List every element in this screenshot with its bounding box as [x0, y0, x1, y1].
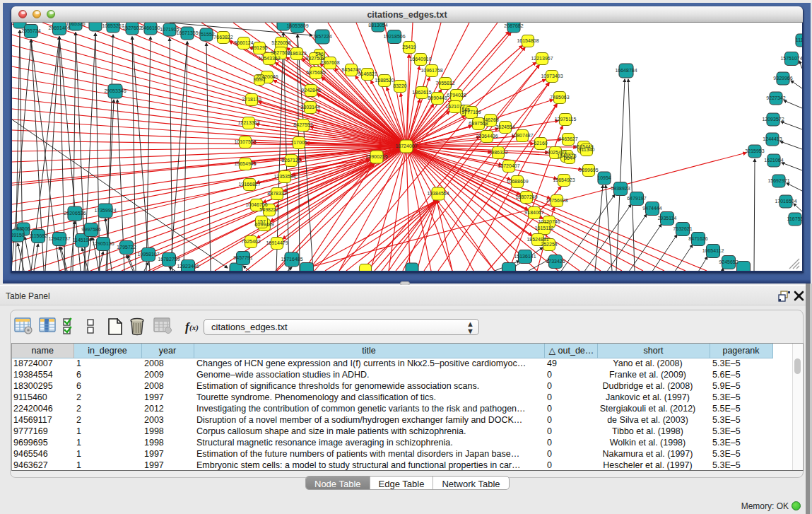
- svg-text:9390: 9390: [254, 77, 265, 82]
- svg-text:19654923: 19654923: [553, 177, 575, 182]
- svg-text:16914479: 16914479: [266, 240, 288, 245]
- svg-text:10807487: 10807487: [511, 133, 533, 138]
- svg-text:10025433: 10025433: [544, 150, 566, 155]
- svg-text:9899695: 9899695: [579, 168, 598, 173]
- svg-text:10973493: 10973493: [541, 74, 563, 78]
- svg-text:10107553: 10107553: [234, 139, 256, 144]
- svg-text:16154808: 16154808: [517, 38, 539, 43]
- svg-text:29053346: 29053346: [104, 88, 126, 93]
- svg-text:2803144: 2803144: [300, 105, 319, 110]
- svg-text:9644: 9644: [564, 156, 575, 160]
- svg-text:9777169: 9777169: [461, 110, 481, 115]
- svg-text:1615112: 1615112: [535, 226, 554, 230]
- svg-text:12923446: 12923446: [177, 264, 199, 269]
- svg-text:9242845: 9242845: [301, 88, 320, 93]
- svg-text:18807249: 18807249: [515, 194, 537, 199]
- svg-text:16671355: 16671355: [176, 30, 198, 35]
- svg-text:891295: 891295: [251, 45, 267, 50]
- svg-text:25900215: 25900215: [365, 154, 387, 159]
- svg-text:10961758: 10961758: [420, 68, 442, 73]
- svg-text:2367608: 2367608: [320, 60, 339, 65]
- svg-text:20206536: 20206536: [64, 211, 86, 216]
- svg-text:17359924: 17359924: [94, 208, 116, 213]
- svg-text:2718170: 2718170: [242, 97, 261, 102]
- svg-text:5875685: 5875685: [306, 70, 325, 75]
- svg-text:62160: 62160: [534, 141, 548, 146]
- svg-text:1621064: 1621064: [764, 158, 783, 163]
- svg-text:19654945: 19654945: [234, 161, 256, 166]
- svg-text:8878332: 8878332: [267, 191, 286, 196]
- svg-text:911340: 911340: [579, 147, 595, 152]
- svg-text:39150: 39150: [12, 233, 25, 238]
- svg-text:83220: 83220: [393, 83, 407, 88]
- svg-text:19384554: 19384554: [427, 191, 449, 196]
- svg-text:10654112: 10654112: [702, 248, 724, 253]
- svg-text:2055724: 2055724: [21, 28, 40, 33]
- svg-text:9329966: 9329966: [773, 76, 792, 81]
- svg-text:5938923: 5938923: [611, 186, 630, 191]
- svg-text:18724007: 18724007: [395, 144, 417, 148]
- svg-text:7625402: 7625402: [241, 239, 260, 244]
- svg-text:16648784: 16648784: [615, 68, 637, 73]
- svg-text:8186323: 8186323: [287, 51, 306, 56]
- svg-text:12213363: 12213363: [237, 120, 259, 125]
- svg-text:15716485: 15716485: [281, 257, 302, 262]
- svg-text:12942737: 12942737: [48, 236, 70, 241]
- svg-text:9146821: 9146821: [358, 71, 377, 76]
- svg-text:8471626: 8471626: [688, 236, 707, 241]
- svg-text:8990448: 8990448: [428, 95, 447, 100]
- svg-text:19166827: 19166827: [238, 182, 260, 187]
- svg-text:16782759: 16782759: [158, 257, 180, 262]
- svg-text:10653267: 10653267: [102, 23, 124, 28]
- svg-text:7663822: 7663822: [213, 35, 233, 40]
- svg-text:751552: 751552: [198, 32, 214, 37]
- svg-text:7632621: 7632621: [673, 226, 692, 231]
- svg-text:1362615: 1362615: [412, 90, 431, 95]
- svg-text:2087682: 2087682: [504, 23, 523, 28]
- svg-text:9245652: 9245652: [719, 259, 738, 264]
- svg-text:1795722: 1795722: [117, 245, 136, 250]
- svg-text:6794028: 6794028: [447, 93, 466, 98]
- svg-text:10543362: 10543362: [258, 56, 280, 61]
- svg-text:9474444: 9474444: [642, 206, 661, 211]
- svg-text:8267130: 8267130: [281, 158, 300, 163]
- svg-text:116753: 116753: [787, 216, 802, 221]
- svg-text:7986322: 7986322: [488, 150, 507, 155]
- svg-text:18524851: 18524851: [526, 237, 548, 242]
- svg-text:12353594: 12353594: [273, 174, 295, 179]
- svg-text:9457791: 9457791: [233, 255, 252, 260]
- svg-text:5226058: 5226058: [271, 40, 290, 45]
- svg-text:3624554: 3624554: [495, 124, 514, 129]
- svg-text:2935114: 2935114: [658, 216, 677, 221]
- svg-text:9184067: 9184067: [524, 210, 543, 215]
- svg-text:16640910: 16640910: [409, 57, 431, 62]
- svg-text:10954: 10954: [597, 175, 611, 180]
- svg-text:12905135: 12905135: [92, 241, 114, 246]
- svg-text:717005: 717005: [290, 140, 307, 145]
- svg-text:7485063: 7485063: [550, 95, 569, 100]
- svg-text:16053809: 16053809: [286, 23, 308, 28]
- svg-text:11171: 11171: [796, 37, 802, 42]
- svg-text:8813054: 8813054: [368, 23, 387, 28]
- svg-text:6466160: 6466160: [141, 25, 160, 30]
- svg-text:1115682: 1115682: [29, 233, 47, 238]
- svg-text:9997586: 9997586: [81, 227, 100, 232]
- svg-text:15692971: 15692971: [767, 178, 789, 183]
- svg-text:157: 157: [257, 219, 266, 224]
- svg-text:10046756: 10046756: [245, 202, 267, 207]
- svg-text:15751074: 15751074: [780, 56, 802, 61]
- svg-text:15136141: 15136141: [514, 254, 536, 259]
- svg-text:20691406: 20691406: [48, 25, 70, 30]
- svg-text:9463627: 9463627: [558, 136, 577, 141]
- svg-text:1527602: 1527602: [122, 25, 141, 30]
- svg-text:12975115: 12975115: [555, 117, 577, 122]
- svg-text:5498222: 5498222: [259, 207, 278, 212]
- svg-text:3215953: 3215953: [745, 148, 764, 153]
- svg-text:19756928: 19756928: [546, 198, 567, 203]
- svg-text:19218506: 19218506: [383, 34, 405, 39]
- svg-text:1733426: 1733426: [546, 259, 565, 264]
- svg-text:8660124: 8660124: [234, 40, 253, 45]
- svg-text:252254: 252254: [541, 242, 557, 247]
- svg-text:6479197: 6479197: [627, 196, 646, 201]
- svg-text:12213967: 12213967: [531, 56, 553, 61]
